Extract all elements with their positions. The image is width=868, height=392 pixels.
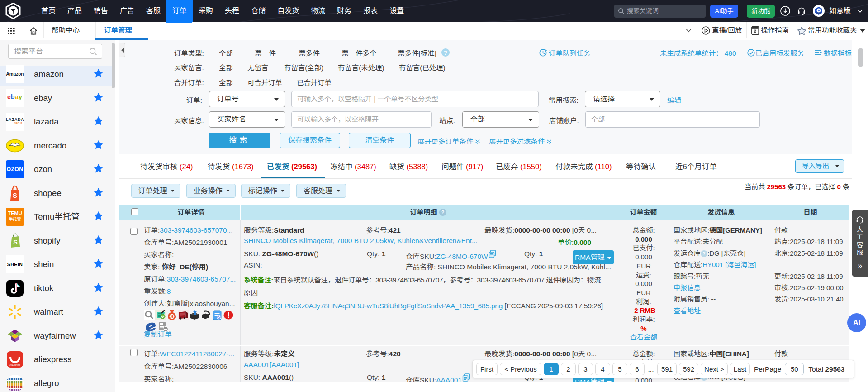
svg-text:?: ? — [702, 251, 705, 256]
svg-text:y: y — [19, 93, 22, 100]
svg-text:S: S — [13, 191, 17, 199]
svg-text:S: S — [13, 239, 17, 246]
svg-text:?: ? — [441, 210, 444, 215]
svg-text:S: S — [170, 314, 173, 319]
svg-text:ECCANG: ECCANG — [816, 12, 821, 14]
svg-text:a: a — [15, 93, 19, 100]
svg-text:e: e — [7, 93, 11, 100]
svg-text:AliExpress: AliExpress — [9, 363, 20, 366]
svg-text:?: ? — [444, 50, 447, 56]
svg-text:b: b — [11, 93, 15, 100]
